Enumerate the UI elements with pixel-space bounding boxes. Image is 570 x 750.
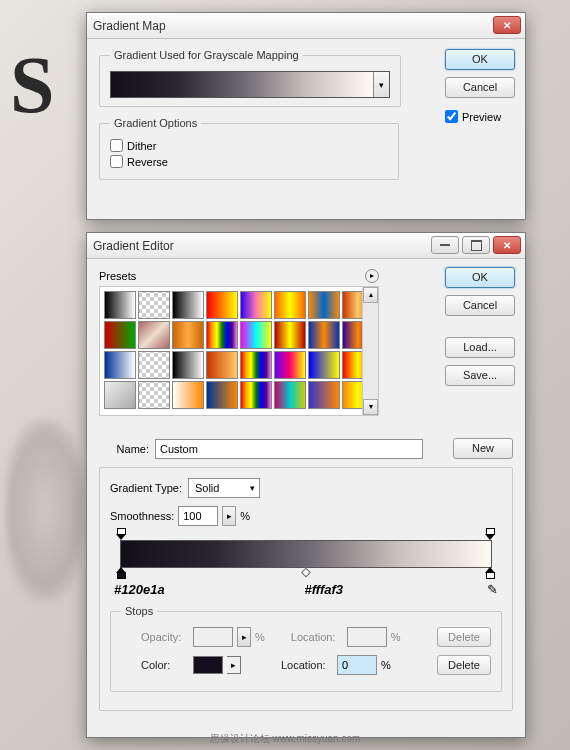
preview-row: Preview: [445, 110, 515, 123]
opacity-label: Opacity:: [141, 631, 189, 643]
scroll-down-icon[interactable]: ▾: [363, 399, 378, 415]
preset-swatch[interactable]: [206, 321, 238, 349]
stops-group: Stops Opacity: % Location: % Delete Colo…: [110, 605, 502, 692]
preset-swatch[interactable]: [172, 321, 204, 349]
dither-row: Dither: [110, 139, 388, 152]
percent-label: %: [391, 631, 401, 643]
watermark: 思缘设计论坛 www.missyuan.com: [210, 732, 361, 746]
opacity-stop-left[interactable]: [116, 528, 127, 541]
preset-swatch[interactable]: [206, 381, 238, 409]
reverse-row: Reverse: [110, 155, 388, 168]
color-delete-button[interactable]: Delete: [437, 655, 491, 675]
grayscale-mapping-group: Gradient Used for Grayscale Mapping: [99, 49, 401, 107]
percent-label: %: [240, 510, 250, 522]
color-stop-row: Color: Location: % Delete: [121, 655, 491, 675]
gradient-editor-titlebar[interactable]: Gradient Editor: [87, 233, 525, 259]
name-input[interactable]: [155, 439, 423, 459]
preset-swatch[interactable]: [274, 291, 306, 319]
opacity-location-input: [347, 627, 387, 647]
preset-swatch[interactable]: [104, 321, 136, 349]
preset-swatch[interactable]: [172, 351, 204, 379]
preset-swatch[interactable]: [240, 321, 272, 349]
preset-swatch[interactable]: [172, 381, 204, 409]
preset-swatch[interactable]: [274, 321, 306, 349]
preset-swatch[interactable]: [274, 351, 306, 379]
preset-swatch[interactable]: [138, 381, 170, 409]
pencil-icon: ✎: [487, 582, 498, 597]
gradient-map-titlebar[interactable]: Gradient Map: [87, 13, 525, 39]
new-button[interactable]: New: [453, 438, 513, 459]
dither-checkbox[interactable]: [110, 139, 123, 152]
dither-label: Dither: [127, 140, 156, 152]
preset-swatch[interactable]: [308, 291, 340, 319]
gradient-type-group: Gradient Type: Solid Smoothness: % #120e…: [99, 467, 513, 711]
opacity-stop-right[interactable]: [485, 528, 496, 541]
percent-label: %: [381, 659, 391, 671]
gradient-editor-title: Gradient Editor: [93, 239, 174, 253]
reverse-checkbox[interactable]: [110, 155, 123, 168]
preset-swatch[interactable]: [206, 291, 238, 319]
preset-swatch[interactable]: [308, 351, 340, 379]
preset-swatch[interactable]: [104, 381, 136, 409]
gradient-options-group: Gradient Options Dither Reverse: [99, 117, 399, 180]
preset-swatch[interactable]: [172, 291, 204, 319]
color-stop-left[interactable]: [116, 567, 127, 580]
presets-panel: ▴ ▾: [99, 286, 379, 416]
percent-label: %: [255, 631, 265, 643]
preset-swatch[interactable]: [308, 381, 340, 409]
preset-swatch[interactable]: [138, 291, 170, 319]
gradient-options-legend: Gradient Options: [110, 117, 201, 129]
preset-swatch[interactable]: [240, 351, 272, 379]
load-button[interactable]: Load...: [445, 337, 515, 358]
ok-button[interactable]: OK: [445, 267, 515, 288]
preset-swatch[interactable]: [240, 381, 272, 409]
ok-button[interactable]: OK: [445, 49, 515, 70]
reverse-label: Reverse: [127, 156, 168, 168]
maximize-icon[interactable]: [462, 236, 490, 254]
background-smoke: [5, 420, 85, 600]
cancel-button[interactable]: Cancel: [445, 77, 515, 98]
left-hex-label: #120e1a: [114, 582, 165, 597]
cancel-button[interactable]: Cancel: [445, 295, 515, 316]
gradient-type-value: Solid: [195, 482, 219, 494]
presets-scrollbar[interactable]: ▴ ▾: [362, 287, 378, 415]
gradient-type-select[interactable]: Solid: [188, 478, 260, 498]
gradient-editor-dialog: Gradient Editor Presets ▸ ▴ ▾ OK Cancel …: [86, 232, 526, 738]
color-label: Color:: [141, 659, 189, 671]
preset-swatch[interactable]: [138, 321, 170, 349]
gradient-preview-dropdown[interactable]: [110, 71, 390, 98]
gradient-type-label: Gradient Type:: [110, 482, 182, 494]
opacity-stop-row: Opacity: % Location: % Delete: [121, 627, 491, 647]
gradient-map-title: Gradient Map: [93, 19, 166, 33]
close-icon[interactable]: [493, 16, 521, 34]
scroll-up-icon[interactable]: ▴: [363, 287, 378, 303]
color-stop-right[interactable]: [485, 567, 496, 580]
preset-swatch[interactable]: [206, 351, 238, 379]
smoothness-spinner[interactable]: [222, 506, 236, 526]
presets-label: Presets: [99, 270, 136, 282]
location-label: Location:: [291, 631, 343, 643]
preset-swatch[interactable]: [274, 381, 306, 409]
gradient-preview-bar: [111, 72, 373, 97]
preset-swatch[interactable]: [240, 291, 272, 319]
opacity-spinner: [237, 627, 251, 647]
gradient-edit-bar[interactable]: [120, 540, 492, 568]
location-label: Location:: [281, 659, 333, 671]
preset-swatch[interactable]: [138, 351, 170, 379]
preset-swatch[interactable]: [308, 321, 340, 349]
preview-checkbox[interactable]: [445, 110, 458, 123]
smoothness-input[interactable]: [178, 506, 218, 526]
color-location-input[interactable]: [337, 655, 377, 675]
preset-swatch[interactable]: [104, 351, 136, 379]
chevron-down-icon[interactable]: [373, 72, 389, 97]
close-icon[interactable]: [493, 236, 521, 254]
color-picker-arrow-icon[interactable]: [227, 656, 241, 674]
right-hex-label: #fffaf3: [305, 582, 344, 597]
opacity-input: [193, 627, 233, 647]
minimize-icon[interactable]: [431, 236, 459, 254]
preset-swatch[interactable]: [104, 291, 136, 319]
save-button[interactable]: Save...: [445, 365, 515, 386]
presets-menu-icon[interactable]: ▸: [365, 269, 379, 283]
color-swatch[interactable]: [193, 656, 223, 674]
preview-label: Preview: [462, 111, 501, 123]
